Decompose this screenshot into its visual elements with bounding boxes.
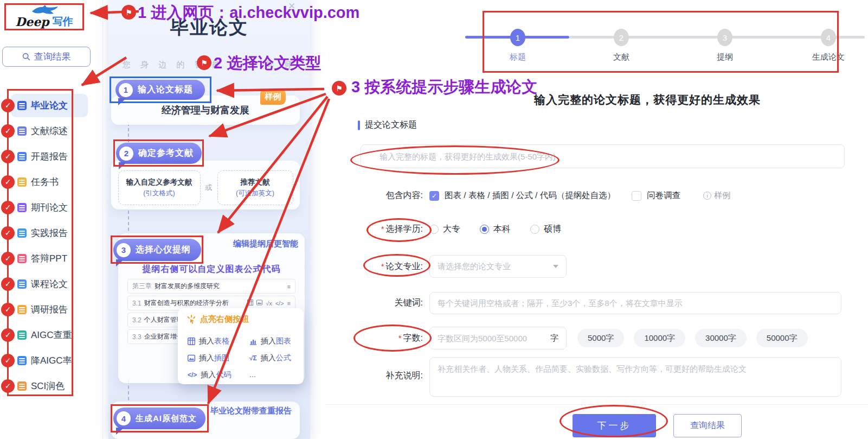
sidebar-item-dabianppt[interactable]: ✓ 答辩PPT — [1, 246, 97, 270]
click-sparkle-icon — [187, 315, 196, 325]
image-icon — [188, 354, 195, 362]
wizard-step-3-label[interactable]: 提纲 — [692, 52, 757, 62]
wizard-step-4-label[interactable]: 生成论文 — [796, 52, 861, 62]
annotation-step1-text: 1 进入网页：ai.checkvvip.com — [138, 2, 359, 24]
chip-50000[interactable]: 50000字 — [756, 329, 808, 347]
custom-reference-option[interactable]: 输入自定义参考文献 (引文格式) — [118, 170, 201, 205]
check-icon: ✓ — [1, 201, 15, 214]
insert-menu-popup: 点亮右侧按钮 插入表格 插入图表 插入插图 √Σ 插入公式 </> 插入代码 .… — [178, 308, 304, 384]
keywords-input[interactable] — [429, 292, 841, 314]
wizard-step-1-label[interactable]: 标题 — [485, 52, 550, 62]
major-label: *论文专业: — [336, 261, 423, 272]
insert-table-item[interactable]: 插入表格 — [188, 336, 229, 346]
section-bar — [358, 120, 360, 130]
step1-pill: 1 输入论文标题 — [115, 80, 205, 100]
section-title: 提交论文标题 — [365, 119, 417, 131]
logo-annotation-box: Deep 写作 — [4, 3, 84, 30]
check-icon: ✓ — [1, 303, 15, 316]
proposal-report-icon — [17, 152, 27, 161]
sidebar-item-kechenglunwen[interactable]: ✓ 课程论文 — [1, 272, 97, 296]
menu-lines-icon[interactable]: ≡ — [287, 283, 291, 290]
sidebar-item-biyelunwen[interactable]: ✓ 毕业论文 — [1, 93, 97, 117]
chip-5000[interactable]: 5000字 — [577, 329, 624, 347]
sci-polish-icon — [17, 381, 27, 391]
extra-row: 补充说明: — [336, 357, 841, 397]
word-count-field: 字 — [429, 327, 567, 349]
step4-tip: 毕业论文附带查重报告 — [210, 406, 292, 416]
popup-title: 点亮右侧按钮 — [187, 314, 249, 325]
defense-ppt-icon — [17, 254, 27, 263]
insert-image-icon[interactable] — [256, 300, 262, 307]
sidebar-item-qikanlunwen[interactable]: ✓ 期刊论文 — [1, 195, 97, 219]
include-label: 包含内容: — [336, 190, 423, 201]
insert-formula-icon[interactable]: √x — [266, 300, 272, 307]
check-icon: ✓ — [1, 175, 15, 189]
search-icon — [22, 53, 30, 61]
word-count-input[interactable] — [438, 334, 547, 343]
radio-shuobo[interactable]: 硕博 — [530, 224, 561, 235]
sample-thesis-title: 经济管理与财富发展 — [111, 104, 300, 117]
query-button-label: 查询结果 — [34, 50, 71, 63]
next-step-button[interactable]: 下一步 — [573, 414, 656, 437]
thesis-title-input[interactable] — [361, 144, 845, 168]
extra-notes-textarea[interactable] — [429, 357, 841, 397]
include-checkbox-checked[interactable]: ✓ — [429, 191, 439, 201]
recommended-reference-option[interactable]: 推荐文献 (可追加英文) — [217, 170, 293, 205]
aigc-check-icon — [17, 330, 27, 340]
sidebar-query-results-button[interactable]: 查询结果 — [2, 47, 91, 67]
wizard-step-2-label[interactable]: 文献 — [589, 52, 654, 62]
radio-benke[interactable]: 本科 — [480, 224, 511, 235]
insert-chart-item[interactable]: 插入图表 — [249, 336, 291, 346]
course-paper-icon — [17, 279, 27, 289]
step3-number: 3 — [117, 243, 131, 257]
more-items[interactable]: ... — [249, 370, 256, 379]
sidebar-item-diaoyanbaogao[interactable]: ✓ 调研报告 — [1, 297, 97, 321]
sidebar-item-renwushu[interactable]: ✓ 任务书 — [1, 170, 97, 194]
brand: Deep 写作 — [15, 15, 73, 29]
practice-report-icon — [17, 228, 27, 238]
annotation-flag-icon: ⚑ — [197, 55, 211, 70]
chip-10000[interactable]: 10000字 — [634, 329, 685, 347]
step-connector — [128, 211, 129, 237]
sidebar-item-aigc-reduce[interactable]: ✓ 降AIGC率 — [1, 348, 97, 372]
sidebar-item-wenxianzongshu[interactable]: ✓ 文献综述 — [1, 119, 97, 143]
radio-selected-icon[interactable] — [480, 225, 489, 234]
step4-pill: 4 生成AI原创范文 — [113, 408, 205, 429]
task-book-icon — [17, 177, 27, 187]
check-icon: ✓ — [1, 150, 15, 163]
radio-icon[interactable] — [429, 225, 439, 234]
chip-30000[interactable]: 30000字 — [695, 329, 747, 347]
formula-icon: √Σ — [249, 354, 257, 362]
insert-image-item[interactable]: 插入插图 — [188, 353, 229, 363]
sample-info[interactable]: i 样例 — [703, 190, 730, 201]
step2-card: 输入自定义参考文献 (引文格式) 或 推荐文献 (可追加英文) — [111, 161, 300, 209]
menu-lines-icon[interactable]: ≡ — [287, 300, 291, 307]
insert-formula-item[interactable]: √Σ 插入公式 — [249, 353, 291, 363]
radio-dazhuan[interactable]: 大专 — [429, 224, 460, 235]
survey-checkbox[interactable] — [632, 191, 641, 201]
major-select[interactable]: 请选择您的论文专业 — [429, 255, 567, 278]
sample-badge[interactable]: 样例 — [260, 89, 286, 105]
insert-table-icon[interactable] — [247, 300, 253, 307]
annotation-flag-icon: ⚑ — [121, 5, 136, 20]
check-icon: ✓ — [1, 379, 15, 393]
brand-cn: 写作 — [53, 15, 73, 29]
wizard-step-4-circle: 4 — [821, 29, 836, 46]
wizard-step-1-circle: 1 — [510, 29, 525, 46]
sidebar-item-aigc-check[interactable]: ✓ AIGC查重 — [1, 323, 97, 347]
outline-row[interactable]: 第三章 财富发展的多维度研究 ≡ — [127, 279, 295, 294]
survey-report-icon — [17, 305, 27, 314]
step2-number: 2 — [119, 147, 133, 161]
sidebar-item-sci-polish[interactable]: ✓ SCI润色 — [1, 374, 97, 398]
sidebar-item-kaitibaogao[interactable]: ✓ 开题报告 — [1, 144, 97, 168]
journal-paper-icon — [17, 203, 27, 212]
sidebar-item-shijianbaogao[interactable]: ✓ 实践报告 — [1, 221, 97, 245]
check-icon: ✓ — [1, 124, 15, 138]
insert-code-item[interactable]: </> 插入代码 — [188, 370, 231, 380]
query-results-button[interactable]: 查询结果 — [673, 414, 742, 437]
radio-icon[interactable] — [530, 225, 539, 234]
extra-label: 补充说明: — [336, 370, 423, 381]
wizard-step-3-circle: 3 — [717, 29, 732, 46]
info-icon: i — [703, 192, 711, 200]
insert-code-icon[interactable]: </> — [275, 300, 284, 307]
